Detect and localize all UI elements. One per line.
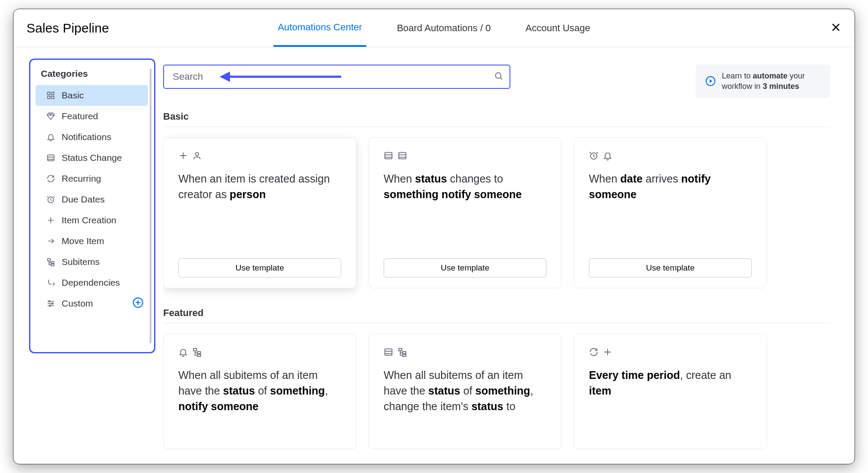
arrow-right-icon xyxy=(46,236,56,246)
tabs: Automations Center Board Automations / 0… xyxy=(273,9,595,47)
template-card[interactable]: Every time period, create an item xyxy=(574,334,767,449)
section-title-basic: Basic xyxy=(163,111,830,127)
subitems-icon xyxy=(46,257,56,267)
subitems-icon xyxy=(192,347,202,357)
use-template-button[interactable]: Use template xyxy=(589,258,752,277)
svg-point-10 xyxy=(52,303,53,304)
plus-icon xyxy=(46,215,56,225)
svg-point-16 xyxy=(195,152,198,155)
sidebar-item-notifications[interactable]: Notifications xyxy=(36,127,148,147)
dependency-icon xyxy=(46,278,56,287)
sidebar-item-label: Featured xyxy=(62,111,98,121)
sidebar-item-label: Basic xyxy=(62,90,84,101)
svg-rect-22 xyxy=(197,354,201,356)
svg-rect-23 xyxy=(385,349,392,355)
tab-account-usage[interactable]: Account Usage xyxy=(521,9,595,47)
sliders-icon xyxy=(46,299,56,308)
subitems-icon xyxy=(398,347,407,357)
list-icon xyxy=(398,151,407,160)
bell-icon xyxy=(603,151,612,160)
svg-rect-20 xyxy=(194,348,197,351)
sidebar-item-basic[interactable]: Basic xyxy=(36,85,148,106)
svg-point-13 xyxy=(496,73,501,78)
diamond-icon xyxy=(46,111,56,121)
svg-rect-0 xyxy=(48,92,50,95)
template-card[interactable]: When an item is created assign creator a… xyxy=(163,137,356,288)
refresh-icon xyxy=(589,347,598,357)
sidebar-item-status-change[interactable]: Status Change xyxy=(36,147,148,168)
search-wrap xyxy=(163,65,510,89)
sidebar-title: Categories xyxy=(30,69,154,85)
person-icon xyxy=(192,151,202,160)
sidebar-item-due-dates[interactable]: Due Dates xyxy=(36,189,148,210)
alarm-icon xyxy=(589,151,598,160)
section-title-featured: Featured xyxy=(163,307,830,323)
svg-rect-24 xyxy=(399,348,402,351)
tab-board-automations[interactable]: Board Automations / 0 xyxy=(392,9,495,47)
sidebar-item-label: Recurring xyxy=(62,173,101,184)
svg-rect-26 xyxy=(403,354,406,356)
list-icon xyxy=(46,153,56,163)
play-circle-icon xyxy=(705,72,716,90)
tab-automations-center[interactable]: Automations Center xyxy=(273,9,366,47)
automations-center-window: Sales Pipeline Automations Center Board … xyxy=(13,9,855,464)
bell-icon xyxy=(178,347,188,357)
svg-rect-21 xyxy=(197,352,201,354)
sidebar-item-recurring[interactable]: Recurring xyxy=(36,168,148,189)
svg-point-9 xyxy=(49,300,50,302)
sidebar-item-label: Due Dates xyxy=(62,194,105,205)
sidebar-item-custom[interactable]: Custom xyxy=(36,293,148,314)
svg-rect-18 xyxy=(399,152,406,159)
svg-rect-1 xyxy=(52,92,54,95)
search-input[interactable] xyxy=(163,65,510,89)
search-icon xyxy=(494,71,503,82)
sidebar-item-subitems[interactable]: Subitems xyxy=(36,251,148,272)
sidebar: Categories Basic Featured Notifications … xyxy=(29,59,155,353)
sidebar-item-label: Item Creation xyxy=(62,215,116,225)
template-text: When an item is created assign creator a… xyxy=(178,171,341,202)
close-button[interactable] xyxy=(830,22,842,35)
bell-icon xyxy=(46,132,56,142)
basic-cards: When an item is created assign creator a… xyxy=(163,137,830,288)
list-icon xyxy=(384,347,393,357)
use-template-button[interactable]: Use template xyxy=(178,258,341,277)
header: Sales Pipeline Automations Center Board … xyxy=(13,9,855,47)
template-card[interactable]: When all subitems of an item have the st… xyxy=(163,334,356,449)
sidebar-item-dependencies[interactable]: Dependencies xyxy=(36,272,148,293)
sidebar-item-label: Move Item xyxy=(62,236,104,246)
template-text: Every time period, create an item xyxy=(589,367,752,399)
list-icon xyxy=(384,151,393,160)
template-text: When all subitems of an item have the st… xyxy=(178,367,341,414)
grid-icon xyxy=(46,91,56,100)
svg-rect-25 xyxy=(403,352,406,354)
sidebar-item-label: Status Change xyxy=(62,153,122,163)
template-card[interactable]: When all subitems of an item have the st… xyxy=(368,334,562,449)
svg-rect-2 xyxy=(48,96,50,99)
svg-rect-7 xyxy=(51,261,54,263)
svg-rect-4 xyxy=(48,155,54,160)
learn-automate-card[interactable]: Learn to automate your workflow in 3 min… xyxy=(696,65,830,98)
template-text: When status changes to something notify … xyxy=(384,171,546,202)
sidebar-item-move-item[interactable]: Move Item xyxy=(36,231,148,251)
page-title: Sales Pipeline xyxy=(26,21,109,36)
svg-rect-3 xyxy=(52,96,54,99)
add-custom-button[interactable] xyxy=(132,297,144,310)
template-card[interactable]: When date arrives notify someone Use tem… xyxy=(574,137,767,288)
learn-text: Learn to automate your workflow in 3 min… xyxy=(722,71,821,92)
plus-icon xyxy=(603,347,612,357)
template-card[interactable]: When status changes to something notify … xyxy=(368,137,562,288)
refresh-icon xyxy=(46,174,56,183)
close-icon xyxy=(830,22,842,33)
template-text: When date arrives notify someone xyxy=(589,171,752,202)
sidebar-scrollbar[interactable] xyxy=(150,69,151,343)
sidebar-item-label: Notifications xyxy=(62,132,111,142)
sidebar-item-label: Custom xyxy=(62,298,93,309)
main-panel: Learn to automate your workflow in 3 min… xyxy=(163,47,855,464)
plus-icon xyxy=(178,151,188,160)
sidebar-item-featured[interactable]: Featured xyxy=(36,106,148,127)
use-template-button[interactable]: Use template xyxy=(384,258,546,277)
alarm-icon xyxy=(46,195,56,204)
featured-cards: When all subitems of an item have the st… xyxy=(163,334,830,449)
svg-rect-17 xyxy=(385,152,392,159)
sidebar-item-item-creation[interactable]: Item Creation xyxy=(36,210,148,231)
